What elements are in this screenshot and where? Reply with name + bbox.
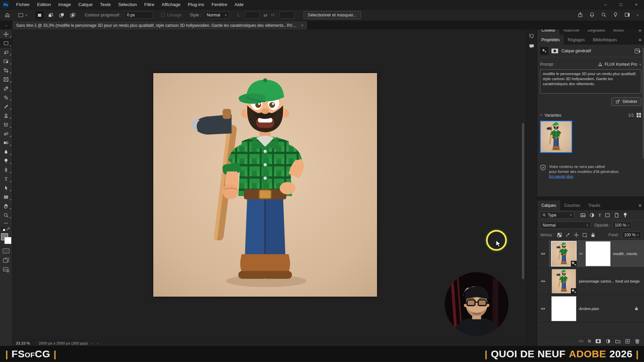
add-mask-icon[interactable] <box>595 339 601 344</box>
lock-position-icon[interactable] <box>574 232 579 238</box>
tool-lasso[interactable] <box>0 48 12 57</box>
tab-couches[interactable]: Couches <box>560 200 584 210</box>
add-adjustment-icon[interactable] <box>605 339 611 344</box>
filter-type-layers-icon[interactable]: T <box>598 213 601 218</box>
layer-thumbnail[interactable] <box>552 242 576 266</box>
canvas-area[interactable] <box>12 29 526 340</box>
selection-new-icon[interactable] <box>36 11 44 19</box>
grid-view-icon[interactable] <box>636 113 641 118</box>
filter-shape-layers-icon[interactable] <box>605 213 610 218</box>
screen-mode-button[interactable] <box>3 258 9 264</box>
feather-input[interactable]: 0 px <box>124 11 153 19</box>
selection-intersect-icon[interactable] <box>69 11 77 19</box>
document-image[interactable] <box>153 73 377 297</box>
active-tool-preview[interactable]: ∨ <box>18 12 28 18</box>
lock-transparency-icon[interactable] <box>557 232 562 238</box>
width-input[interactable] <box>245 11 260 19</box>
lock-all-icon[interactable] <box>590 232 596 238</box>
layer-thumbnail[interactable] <box>552 269 576 293</box>
new-group-icon[interactable] <box>615 339 621 344</box>
home-icon[interactable] <box>5 12 10 18</box>
select-and-mask-button[interactable]: Sélectionner et masquer... <box>304 11 361 19</box>
variant-thumbnail[interactable] <box>540 121 572 153</box>
selection-subtract-icon[interactable] <box>58 11 66 19</box>
mask-link-icon[interactable] <box>579 252 583 256</box>
tab-proprietes[interactable]: Propriétés <box>537 35 564 45</box>
panel-scrollbar[interactable] <box>643 48 644 159</box>
discover-lightbulb-icon[interactable] <box>613 12 618 18</box>
maximize-button[interactable]: □ <box>613 0 629 9</box>
background-color-swatch[interactable] <box>4 237 11 244</box>
style-select[interactable]: Normal ∨ <box>204 11 229 19</box>
menu-image[interactable]: Image <box>55 0 75 9</box>
tool-rectangle[interactable] <box>0 192 12 201</box>
layer-name[interactable]: modifi...ments. <box>613 252 638 256</box>
menu-plugins[interactable]: Plug-ins <box>184 0 208 9</box>
tool-eraser[interactable] <box>0 129 12 138</box>
panel-menu-icon[interactable]: ≡ <box>639 37 641 43</box>
status-prev-icon[interactable]: ‹ <box>97 341 98 345</box>
swap-dimensions-icon[interactable]: ⇄ <box>264 13 267 18</box>
notifications-bell-icon[interactable] <box>589 12 595 18</box>
chevron-down-icon[interactable]: ∨ <box>636 14 639 17</box>
tool-blur[interactable] <box>0 147 12 156</box>
anti-alias-checkbox[interactable] <box>161 13 165 17</box>
model-select[interactable]: FLUX Kontext Pro ∨ <box>598 62 641 67</box>
document-tab[interactable]: Sans titre-1 @ 33,3% (modifie le personn… <box>12 21 308 29</box>
zoom-level-field[interactable]: 33.33 % <box>16 341 30 345</box>
filter-smart-objects-icon[interactable] <box>614 213 619 218</box>
menu-filtre[interactable]: Filtre <box>141 0 158 9</box>
swap-colors-icon[interactable] <box>2 227 10 231</box>
tool-pen[interactable] <box>0 165 12 174</box>
panel-options-icon[interactable] <box>635 48 641 54</box>
selection-add-icon[interactable] <box>47 11 55 19</box>
height-input[interactable] <box>279 11 294 19</box>
minimize-button[interactable]: – <box>598 0 613 9</box>
lock-artboard-icon[interactable] <box>582 232 587 238</box>
filter-toggle-icon[interactable] <box>623 213 628 218</box>
menu-fenetre[interactable]: Fenêtre <box>208 0 231 9</box>
layer-filter-select[interactable]: Type ∨ <box>540 212 574 219</box>
tab-calques[interactable]: Calques <box>537 200 560 210</box>
layer-style-fx-icon[interactable]: fx <box>588 339 591 344</box>
menu-aide[interactable]: Aide <box>231 0 247 9</box>
menu-calque[interactable]: Calque <box>74 0 96 9</box>
delete-layer-icon[interactable] <box>635 339 640 344</box>
filter-pixel-layers-icon[interactable] <box>580 213 586 218</box>
tools-overflow-icon[interactable]: ••• <box>4 222 8 225</box>
tool-crop[interactable] <box>0 66 12 75</box>
layer-name[interactable]: personnage cartoo... fond uni beige. <box>579 279 641 283</box>
tool-rectangular-marquee[interactable] <box>0 39 12 48</box>
layer-row-generative[interactable]: modifi...ments. <box>537 240 644 267</box>
tool-gradient[interactable] <box>0 138 12 147</box>
tab-reglages[interactable]: Réglages <box>564 35 589 45</box>
learn-more-link[interactable]: En savoir plus <box>549 174 573 178</box>
layer-row-cartoon[interactable]: personnage cartoo... fond uni beige. <box>537 267 644 295</box>
menu-selection[interactable]: Sélection <box>114 0 141 9</box>
tool-zoom[interactable] <box>0 210 12 220</box>
tab-traces[interactable]: Tracés <box>584 200 604 210</box>
layer-mask-thumbnail[interactable] <box>586 242 610 266</box>
quick-mask-button[interactable] <box>3 248 9 255</box>
prompt-input[interactable]: modifie le personnage 3D pour un rendu p… <box>540 69 641 94</box>
tool-frame[interactable] <box>0 75 12 84</box>
fill-input[interactable]: 100 % ∨ <box>622 231 641 239</box>
panel-menu-icon[interactable]: ≡ <box>639 203 641 208</box>
new-layer-icon[interactable] <box>625 339 630 344</box>
tool-spot-healing-brush[interactable] <box>0 93 12 102</box>
visibility-eye-icon[interactable] <box>540 251 546 256</box>
blend-mode-select[interactable]: Normal ∨ <box>540 222 591 229</box>
layer-row-background[interactable]: Arrière-plan <box>537 295 644 322</box>
tool-move[interactable] <box>0 29 12 39</box>
tool-dodge[interactable] <box>0 156 12 165</box>
layer-name[interactable]: Arrière-plan <box>579 307 599 311</box>
tool-type[interactable]: T <box>0 174 12 183</box>
canvas-vertical-scrollbar[interactable] <box>522 123 524 279</box>
comments-panel-icon[interactable] <box>529 44 534 50</box>
tool-history-brush[interactable] <box>0 120 12 129</box>
status-next-icon[interactable]: › <box>92 341 93 345</box>
link-layers-icon[interactable] <box>578 339 584 344</box>
tool-hand[interactable] <box>0 201 12 210</box>
tool-eyedropper[interactable] <box>0 84 12 93</box>
tool-path-selection[interactable] <box>0 183 12 192</box>
